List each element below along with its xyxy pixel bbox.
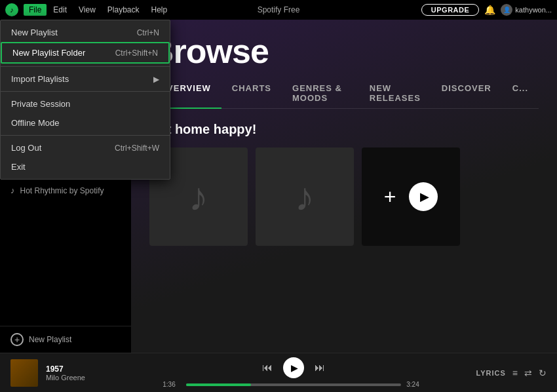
list-item[interactable]: ♪ Hot Rhythmic by Spotify [0, 182, 131, 199]
player-album-art [10, 359, 38, 387]
music-note-icon: ♪ [295, 174, 315, 220]
play-icon: ▶ [420, 189, 429, 204]
play-pause-icon: ▶ [291, 363, 298, 373]
menu-help[interactable]: Help [146, 4, 173, 16]
album-art-image [10, 359, 38, 387]
user-name: kathywon... [515, 6, 552, 14]
queue-icon[interactable]: ≡ [512, 368, 518, 378]
dropdown-item-import-playlists[interactable]: Import Playlists ▶ [1, 69, 170, 88]
player-controls: ⏮ ▶ ⏭ 1:36 3:24 [119, 357, 469, 388]
player-right-controls: LYRICS ≡ ⇄ ↻ [476, 368, 547, 378]
tab-genres-moods[interactable]: GENRES & MOODS [282, 78, 359, 108]
total-time: 3:24 [406, 381, 425, 388]
tab-new-releases[interactable]: NEW RELEASES [359, 78, 431, 108]
dropdown-item-log-out[interactable]: Log Out Ctrl+Shift+W [1, 138, 170, 157]
progress-bar[interactable] [186, 383, 401, 386]
avatar: 👤 [501, 4, 512, 16]
top-bar-left: ♪ File Edit View Playback Help [5, 3, 172, 16]
lyrics-button[interactable]: LYRICS [476, 369, 506, 377]
add-icon[interactable]: + [384, 185, 396, 209]
dropdown-separator-1 [1, 66, 170, 67]
upgrade-button[interactable]: UPGRADE [421, 4, 480, 16]
next-button[interactable]: ⏭ [315, 362, 325, 374]
repeat-icon[interactable]: ↻ [539, 368, 547, 378]
browse-header: Browse OVERVIEW CHARTS GENRES & MOODS NE… [131, 20, 557, 109]
player-buttons: ⏮ ▶ ⏭ [262, 357, 325, 378]
album-card-special[interactable]: + ▶ [362, 147, 460, 246]
top-bar-right: UPGRADE 🔔 👤 kathywon... [421, 4, 552, 16]
play-button[interactable]: ▶ [409, 182, 438, 211]
play-pause-button[interactable]: ▶ [283, 357, 304, 378]
browse-main: Get home happy! ♪ ♪ + ▶ [131, 109, 557, 259]
notification-icon[interactable]: 🔔 [484, 5, 495, 15]
music-note-icon: ♪ [189, 174, 208, 220]
menu-bar: File Edit View Playback Help [24, 4, 172, 16]
menu-playback[interactable]: Playback [102, 4, 145, 16]
dropdown-item-new-playlist-folder[interactable]: New Playlist Folder Ctrl+Shift+N [1, 42, 170, 64]
dropdown-separator-2 [1, 91, 170, 92]
shortcut-log-out: Ctrl+Shift+W [115, 144, 159, 153]
progress-bar-fill [186, 383, 250, 386]
tab-charts[interactable]: CHARTS [221, 78, 282, 108]
dropdown-separator-3 [1, 135, 170, 136]
dropdown-item-exit[interactable]: Exit [1, 157, 170, 176]
album-card[interactable]: ♪ [256, 147, 354, 246]
album-overlay: + ▶ [362, 147, 460, 246]
note-icon: ♪ [10, 186, 15, 195]
file-dropdown-menu: New Playlist Ctrl+N New Playlist Folder … [0, 20, 170, 180]
album-cards: ♪ ♪ + ▶ [149, 147, 539, 246]
app-title: Spotify Free [258, 5, 300, 14]
bottom-player: 1957 Milo Greene ⏮ ▶ ⏭ 1:36 3:24 LYRICS … [0, 353, 557, 392]
page-title: Browse [149, 33, 539, 70]
top-bar: ♪ File Edit View Playback Help Spotify F… [0, 0, 557, 20]
spotify-logo-icon: ♪ [5, 3, 18, 16]
menu-edit[interactable]: Edit [48, 4, 72, 16]
menu-file[interactable]: File [24, 4, 47, 16]
shortcut-new-playlist: Ctrl+N [137, 28, 159, 37]
shortcut-new-playlist-folder: Ctrl+Shift+N [115, 49, 158, 58]
elapsed-time: 1:36 [163, 381, 181, 388]
dropdown-item-offline-mode[interactable]: Offline Mode [1, 113, 170, 132]
dropdown-item-new-playlist[interactable]: New Playlist Ctrl+N [1, 23, 170, 42]
menu-view[interactable]: View [73, 4, 101, 16]
artist-name: Milo Greene [46, 374, 111, 382]
tab-extra[interactable]: C... [502, 78, 539, 108]
new-playlist-button[interactable]: + New Playlist [0, 326, 131, 353]
tab-discover[interactable]: DISCOVER [431, 78, 502, 108]
dropdown-item-private-session[interactable]: Private Session [1, 94, 170, 113]
plus-circle-icon: + [10, 333, 24, 346]
shuffle-icon[interactable]: ⇄ [524, 368, 532, 378]
player-track-info: 1957 Milo Greene [46, 364, 111, 382]
import-arrow-icon: ▶ [153, 75, 159, 84]
user-badge[interactable]: 👤 kathywon... [501, 4, 552, 16]
section-title: Get home happy! [149, 122, 539, 137]
track-name: 1957 [46, 364, 111, 374]
previous-button[interactable]: ⏮ [262, 362, 273, 374]
browse-nav: OVERVIEW CHARTS GENRES & MOODS NEW RELEA… [149, 78, 539, 109]
main-content: Browse OVERVIEW CHARTS GENRES & MOODS NE… [131, 20, 557, 353]
player-progress: 1:36 3:24 [163, 381, 425, 388]
